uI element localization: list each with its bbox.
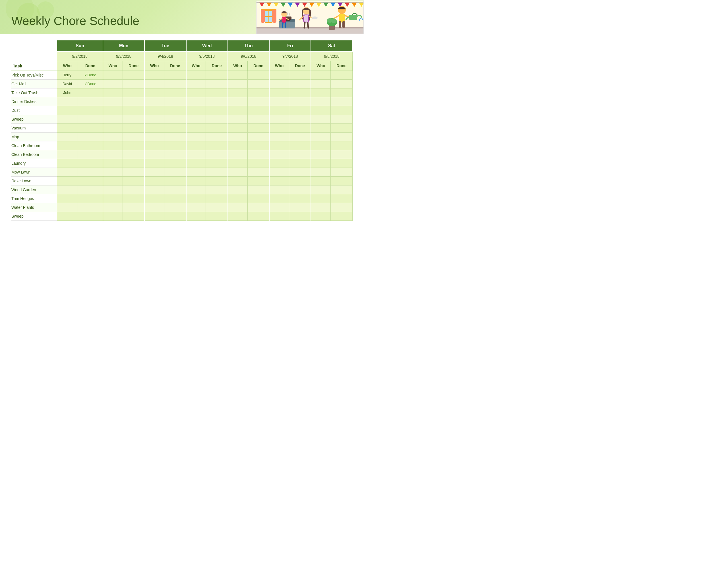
who-cell[interactable] <box>103 150 123 159</box>
done-cell[interactable] <box>123 115 144 123</box>
who-cell[interactable] <box>311 71 330 79</box>
done-cell[interactable] <box>289 212 311 220</box>
who-cell[interactable] <box>103 194 123 203</box>
done-cell[interactable] <box>206 203 228 212</box>
who-cell[interactable] <box>144 88 164 97</box>
who-cell[interactable] <box>228 185 247 194</box>
done-cell[interactable] <box>78 97 103 106</box>
done-cell[interactable] <box>164 88 186 97</box>
done-cell[interactable] <box>206 141 228 150</box>
done-cell[interactable] <box>289 106 311 115</box>
done-cell[interactable] <box>123 132 144 141</box>
done-cell[interactable] <box>289 159 311 167</box>
who-cell[interactable] <box>186 159 206 167</box>
task-name-cell[interactable]: Clean Bathroom <box>11 141 57 150</box>
who-cell[interactable] <box>57 123 78 132</box>
task-name-cell[interactable]: Water Plants <box>11 203 57 212</box>
who-cell[interactable] <box>144 159 164 167</box>
done-cell[interactable] <box>78 123 103 132</box>
who-cell[interactable] <box>186 203 206 212</box>
who-cell[interactable] <box>103 176 123 185</box>
done-cell[interactable] <box>247 115 269 123</box>
done-cell[interactable] <box>289 167 311 176</box>
who-cell[interactable] <box>269 71 289 79</box>
done-cell[interactable] <box>206 194 228 203</box>
done-cell[interactable] <box>331 71 352 79</box>
task-name-cell[interactable]: Pick Up Toys/Misc <box>11 71 57 79</box>
done-cell[interactable] <box>206 185 228 194</box>
done-cell[interactable] <box>206 106 228 115</box>
who-cell[interactable] <box>311 167 330 176</box>
who-cell[interactable] <box>57 194 78 203</box>
who-cell[interactable] <box>228 194 247 203</box>
done-cell[interactable] <box>247 185 269 194</box>
who-cell[interactable] <box>186 115 206 123</box>
who-cell[interactable] <box>311 106 330 115</box>
done-cell[interactable] <box>123 167 144 176</box>
who-cell[interactable] <box>103 132 123 141</box>
who-cell[interactable] <box>144 176 164 185</box>
done-cell[interactable] <box>206 71 228 79</box>
who-cell[interactable] <box>57 132 78 141</box>
done-cell[interactable] <box>78 167 103 176</box>
done-cell[interactable] <box>247 203 269 212</box>
done-cell[interactable] <box>247 106 269 115</box>
task-name-cell[interactable]: Laundry <box>11 159 57 167</box>
who-cell[interactable] <box>57 212 78 220</box>
who-cell[interactable] <box>186 194 206 203</box>
who-cell[interactable] <box>269 106 289 115</box>
who-cell[interactable] <box>269 203 289 212</box>
done-cell[interactable] <box>164 123 186 132</box>
who-cell[interactable] <box>144 203 164 212</box>
done-cell[interactable] <box>289 141 311 150</box>
who-cell[interactable] <box>144 150 164 159</box>
done-cell[interactable] <box>78 132 103 141</box>
who-cell[interactable] <box>228 106 247 115</box>
who-cell[interactable] <box>57 106 78 115</box>
who-cell[interactable] <box>269 167 289 176</box>
done-cell[interactable] <box>206 123 228 132</box>
done-cell[interactable] <box>206 115 228 123</box>
done-cell[interactable] <box>78 176 103 185</box>
who-cell[interactable] <box>57 150 78 159</box>
done-cell[interactable] <box>289 203 311 212</box>
task-name-cell[interactable]: Dinner Dishes <box>11 97 57 106</box>
who-cell[interactable]: David <box>57 79 78 88</box>
done-cell[interactable] <box>206 88 228 97</box>
who-cell[interactable] <box>269 194 289 203</box>
done-cell[interactable] <box>123 123 144 132</box>
who-cell[interactable] <box>228 176 247 185</box>
done-cell[interactable] <box>164 79 186 88</box>
task-name-cell[interactable]: Dust <box>11 106 57 115</box>
done-cell[interactable] <box>123 150 144 159</box>
who-cell[interactable] <box>269 97 289 106</box>
task-name-cell[interactable]: Mop <box>11 132 57 141</box>
who-cell[interactable] <box>186 212 206 220</box>
who-cell[interactable] <box>103 212 123 220</box>
who-cell[interactable] <box>144 115 164 123</box>
done-cell[interactable] <box>164 97 186 106</box>
done-cell[interactable] <box>164 115 186 123</box>
done-cell[interactable] <box>123 141 144 150</box>
who-cell[interactable] <box>311 159 330 167</box>
who-cell[interactable] <box>311 79 330 88</box>
who-cell[interactable] <box>144 194 164 203</box>
done-cell[interactable] <box>123 88 144 97</box>
done-cell[interactable] <box>247 159 269 167</box>
done-cell[interactable] <box>289 88 311 97</box>
who-cell[interactable] <box>269 159 289 167</box>
task-name-cell[interactable]: Sweep <box>11 212 57 220</box>
who-cell[interactable] <box>103 141 123 150</box>
who-cell[interactable] <box>103 167 123 176</box>
who-cell[interactable] <box>228 88 247 97</box>
who-cell[interactable] <box>57 167 78 176</box>
who-cell[interactable] <box>144 106 164 115</box>
done-cell[interactable] <box>78 185 103 194</box>
done-cell[interactable] <box>123 159 144 167</box>
who-cell[interactable] <box>228 159 247 167</box>
who-cell[interactable] <box>228 167 247 176</box>
done-cell[interactable] <box>123 194 144 203</box>
who-cell[interactable] <box>228 97 247 106</box>
who-cell[interactable] <box>57 115 78 123</box>
done-cell[interactable] <box>247 88 269 97</box>
